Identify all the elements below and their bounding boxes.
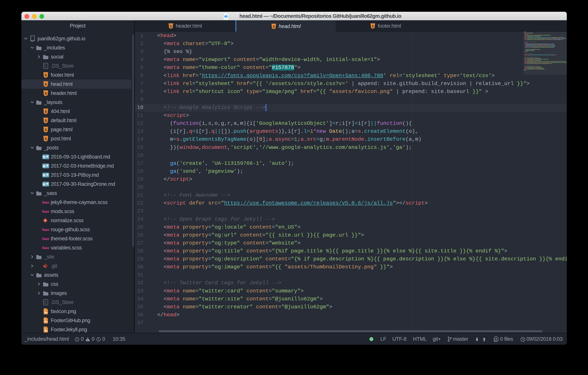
svg-text:5: 5 [273, 25, 275, 29]
svg-text:10: 10 [44, 302, 46, 304]
svg-text:M: M [43, 174, 45, 177]
svg-text:Sass: Sass [42, 200, 49, 205]
svg-text:M: M [43, 183, 45, 186]
svg-text:Sass: Sass [42, 245, 49, 250]
svg-text:5: 5 [45, 137, 47, 141]
svg-text:M: M [43, 155, 45, 159]
svg-text:5: 5 [45, 73, 47, 77]
svg-text:5: 5 [45, 128, 47, 132]
svg-text:5: 5 [45, 92, 47, 95]
svg-text:Sass: Sass [42, 227, 49, 232]
svg-text:01: 01 [44, 64, 46, 66]
svg-text:01: 01 [44, 301, 46, 302]
svg-text:5: 5 [45, 83, 47, 86]
svg-text:10: 10 [44, 66, 46, 68]
svg-text:5: 5 [170, 25, 172, 28]
svg-text:5: 5 [45, 110, 47, 114]
svg-text:Sass: Sass [42, 209, 49, 214]
svg-text:M: M [43, 164, 45, 168]
svg-text:5: 5 [45, 119, 47, 123]
svg-text:Sass: Sass [42, 236, 49, 241]
svg-text:5: 5 [372, 25, 374, 28]
